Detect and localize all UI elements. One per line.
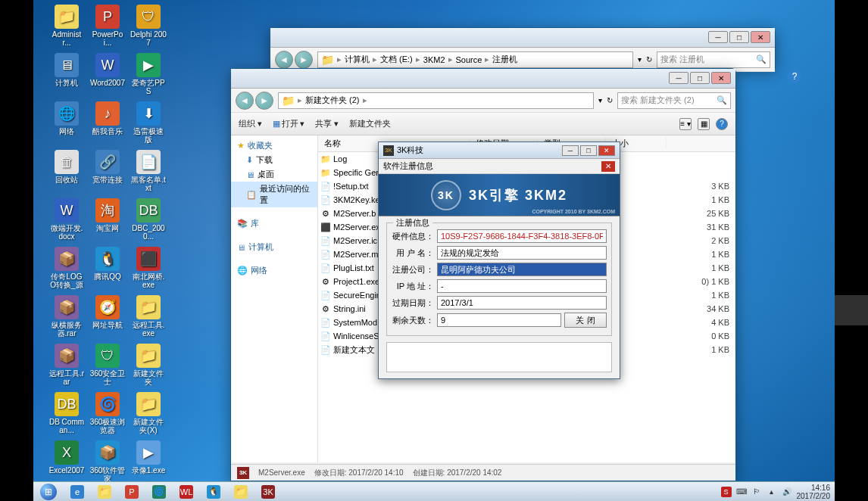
hardware-info-field[interactable] xyxy=(437,229,607,243)
company-field[interactable] xyxy=(437,263,607,276)
minimize-button[interactable]: ─ xyxy=(669,72,688,84)
desktop-icon[interactable]: 📦传奇LOGO转换_源码_D2... xyxy=(48,247,85,289)
start-button[interactable]: ⊞ xyxy=(33,482,64,502)
breadcrumb[interactable]: 📁 ▸ 计算机▸ 文档 (E:)▸ 3KM2▸ Source▸ 注册机 xyxy=(317,51,633,68)
desktop-icon[interactable]: ▶爱奇艺PPS xyxy=(130,53,167,95)
desktop-icon[interactable]: 📁远程工具.exe xyxy=(130,295,167,338)
sidebar: ★收藏夹 ⬇下载 🖥桌面 📋最近访问的位置 📚库 🖥计算机 🌐网络 xyxy=(231,135,318,462)
maximize-button[interactable]: □ xyxy=(580,145,597,156)
sidebar-downloads[interactable]: ⬇下载 xyxy=(231,153,317,167)
nav-forward-button[interactable]: ► xyxy=(255,92,273,110)
app-icon: 3K xyxy=(383,145,394,156)
desktop-icon[interactable]: 📦纵横服务器.rar xyxy=(48,295,85,338)
search-input[interactable]: 搜索 注册机🔍 xyxy=(657,51,770,68)
taskbar-item[interactable]: 📁 xyxy=(91,483,118,501)
minimize-button[interactable]: ─ xyxy=(562,145,579,156)
desktop-icon[interactable]: 淘淘宝网 xyxy=(89,198,126,232)
tray-icon[interactable]: S xyxy=(721,487,732,497)
expire-date-field[interactable] xyxy=(437,296,607,310)
close-dialog-button[interactable]: 关 闭 xyxy=(564,313,607,328)
sidebar-computer[interactable]: 🖥计算机 xyxy=(231,240,317,254)
maximize-button[interactable]: □ xyxy=(690,72,710,84)
desktop-icon[interactable]: XExcel2007 xyxy=(48,440,85,475)
desktop-icon[interactable]: 📁Administr... xyxy=(48,5,85,47)
taskbar-item[interactable]: 3K xyxy=(254,483,282,501)
selected-file: M2Server.exe xyxy=(258,468,305,477)
clock[interactable]: 14:16 2017/2/20 xyxy=(797,484,831,500)
desktop-icon[interactable]: 📁新建文件夹(X) xyxy=(130,392,167,434)
dialog-subtitle: 软件注册信息 xyxy=(383,160,433,172)
nav-back-button[interactable]: ◄ xyxy=(275,51,293,69)
search-icon: 🔍 xyxy=(756,54,767,64)
desktop-icon[interactable]: 🧭网址导航 xyxy=(89,295,126,329)
desktop-icon[interactable]: 🗑回收站 xyxy=(48,150,85,184)
close-button[interactable]: ✕ xyxy=(711,72,731,84)
banner: 3K 3K引擎 3KM2 COPYRIGHT 2010 BY 3KM2.COM xyxy=(379,174,620,216)
sidebar-libraries[interactable]: 📚库 xyxy=(231,216,317,231)
sidebar-desktop[interactable]: 🖥桌面 xyxy=(231,167,317,182)
close-icon[interactable]: ✕ xyxy=(601,161,615,172)
close-button[interactable]: ✕ xyxy=(598,145,615,156)
desktop-icon[interactable]: DBDBC_2000... xyxy=(130,198,167,241)
desktop-icon[interactable]: 🛡360安全卫士 xyxy=(89,344,126,386)
system-tray: S ⌨ 🏳 ▴ 🔊 14:16 2017/2/20 xyxy=(717,484,835,500)
status-bar: 3K M2Server.exe 修改日期: 2017/2/20 14:10 创建… xyxy=(231,464,735,481)
side-panel-handle[interactable] xyxy=(835,295,868,325)
preview-pane-icon[interactable]: ▦ xyxy=(698,118,710,130)
tray-chevron-icon[interactable]: ▴ xyxy=(767,487,777,497)
taskbar-item[interactable]: 📁 xyxy=(227,483,254,501)
taskbar-item[interactable]: WL xyxy=(173,483,200,501)
desktop-icon[interactable]: 🔗宽带连接 xyxy=(89,150,126,184)
desktop-icon[interactable]: DBDB Comman... xyxy=(48,392,85,434)
taskbar-item[interactable]: P xyxy=(118,483,145,501)
desktop-icon[interactable]: ⬇迅雷极速版 xyxy=(130,101,167,144)
taskbar-item[interactable]: 🐧 xyxy=(200,483,227,501)
explorer-window-back: ─ □ ✕ ◄ ► 📁 ▸ 计算机▸ 文档 (E:)▸ 3KM2▸ Source… xyxy=(270,27,776,70)
desktop-icon[interactable]: ▶录像1.exe xyxy=(130,440,167,475)
ip-field[interactable] xyxy=(437,279,607,293)
file-type-icon: 3K xyxy=(237,467,249,479)
desktop-icon[interactable]: PPowerPoi... xyxy=(89,5,126,47)
remaining-days-field[interactable] xyxy=(437,313,561,327)
desktop-icon[interactable]: 🌐网络 xyxy=(48,101,85,135)
search-input[interactable]: 搜索 新建文件夹 (2)🔍 xyxy=(617,92,731,109)
nav-forward-button[interactable]: ► xyxy=(295,51,313,69)
desktop-icon[interactable]: WWord2007 xyxy=(89,53,126,87)
username-field[interactable] xyxy=(437,246,607,260)
organize-menu[interactable]: 组织 ▾ xyxy=(239,118,262,129)
taskbar-item[interactable]: e xyxy=(64,483,91,501)
sidebar-recent[interactable]: 📋最近访问的位置 xyxy=(231,182,317,207)
new-folder-button[interactable]: 新建文件夹 xyxy=(349,118,391,129)
desktop-icon[interactable]: 🖥计算机 xyxy=(48,53,85,87)
desktop-icon[interactable]: 🌀360极速浏览器 xyxy=(89,392,126,434)
dialog-titlebar[interactable]: 3K 3K科技 ─ □ ✕ xyxy=(379,142,620,159)
desktop-icon[interactable]: 📦远程工具.rar xyxy=(48,344,85,386)
breadcrumb[interactable]: 📁▸ 新建文件夹 (2)▸ xyxy=(278,92,594,109)
minimize-button[interactable]: ─ xyxy=(708,31,728,43)
desktop-icon[interactable]: 📄黑客名单.txt xyxy=(130,150,167,192)
taskbar-item[interactable]: 🌀 xyxy=(145,483,173,501)
form-legend: 注册信息 xyxy=(393,217,432,229)
tray-volume-icon[interactable]: 🔊 xyxy=(782,487,792,497)
registration-dialog: 3K 3K科技 ─ □ ✕ 软件注册信息 ✕ 3K 3K引擎 3KM2 COPY… xyxy=(378,142,620,379)
maximize-button[interactable]: □ xyxy=(729,31,749,43)
tray-input-icon[interactable]: ⌨ xyxy=(736,487,747,497)
sidebar-favorites[interactable]: ★收藏夹 xyxy=(231,138,317,153)
nav-back-button[interactable]: ◄ xyxy=(236,92,254,110)
desktop-icon[interactable]: ♪酷我音乐 xyxy=(89,101,126,135)
desktop-icon[interactable]: 🛡Delphi 2007 xyxy=(130,5,167,47)
desktop-icon[interactable]: ⬛南北网桥.exe xyxy=(130,247,167,289)
desktop-icon[interactable]: 📁新建文件夹 xyxy=(130,344,167,386)
view-options-icon[interactable]: ≡ ▾ xyxy=(679,118,692,130)
help-icon[interactable]: ? xyxy=(716,118,728,130)
open-button[interactable]: ▦ 打开 ▾ xyxy=(273,118,304,129)
desktop-icon[interactable]: 🐧腾讯QQ xyxy=(89,247,126,281)
desktop-icon[interactable]: W微端开发.docx xyxy=(48,198,85,241)
share-menu[interactable]: 共享 ▾ xyxy=(315,118,339,129)
toolbar: 组织 ▾ ▦ 打开 ▾ 共享 ▾ 新建文件夹 ≡ ▾ ▦ ? xyxy=(231,113,735,135)
sidebar-network[interactable]: 🌐网络 xyxy=(231,263,317,278)
tray-flag-icon[interactable]: 🏳 xyxy=(751,487,762,497)
close-button[interactable]: ✕ xyxy=(751,31,770,43)
desktop-icon[interactable]: 📦360软件管家 xyxy=(89,440,126,483)
help-icon[interactable]: ? xyxy=(788,70,801,83)
